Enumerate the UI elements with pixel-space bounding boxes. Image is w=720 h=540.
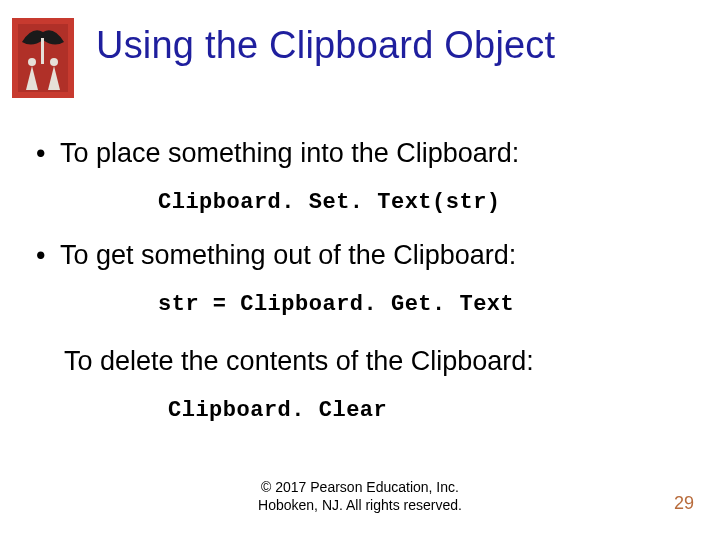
svg-point-3 xyxy=(28,58,36,66)
code-snippet: Clipboard. Clear xyxy=(168,398,387,423)
slide-logo-icon xyxy=(12,18,74,98)
code-snippet: Clipboard. Set. Text(str) xyxy=(158,190,501,215)
body-text: To delete the contents of the Clipboard: xyxy=(64,346,690,377)
bullet-item: •To get something out of the Clipboard: xyxy=(36,240,690,271)
slide: Using the Clipboard Object •To place som… xyxy=(0,0,720,540)
bullet-item: •To place something into the Clipboard: xyxy=(36,138,690,169)
svg-point-4 xyxy=(50,58,58,66)
bullet-text: To get something out of the Clipboard: xyxy=(60,240,516,270)
page-number: 29 xyxy=(674,493,694,514)
code-snippet: str = Clipboard. Get. Text xyxy=(158,292,514,317)
footer-line: © 2017 Pearson Education, Inc. xyxy=(0,479,720,497)
svg-rect-2 xyxy=(41,38,44,64)
bullet-text: To place something into the Clipboard: xyxy=(60,138,519,168)
slide-title: Using the Clipboard Object xyxy=(96,24,700,67)
footer-line: Hoboken, NJ. All rights reserved. xyxy=(0,497,720,515)
copyright-footer: © 2017 Pearson Education, Inc. Hoboken, … xyxy=(0,479,720,514)
bullet-dot-icon: • xyxy=(36,138,60,169)
bullet-dot-icon: • xyxy=(36,240,60,271)
